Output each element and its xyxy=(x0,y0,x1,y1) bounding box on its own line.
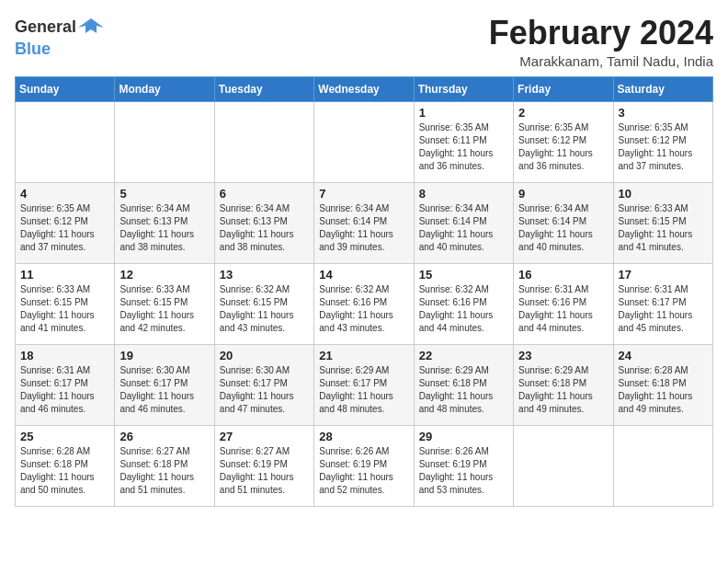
day-number: 19 xyxy=(119,349,209,362)
day-info: Sunrise: 6:35 AMSunset: 6:12 PMDaylight:… xyxy=(20,202,109,254)
col-header-thursday: Thursday xyxy=(414,76,513,101)
calendar-cell: 20Sunrise: 6:30 AMSunset: 6:17 PMDayligh… xyxy=(214,344,313,425)
calendar-cell: 12Sunrise: 6:33 AMSunset: 6:15 PMDayligh… xyxy=(115,263,214,344)
calendar-cell: 14Sunrise: 6:32 AMSunset: 6:16 PMDayligh… xyxy=(314,263,414,344)
day-number: 23 xyxy=(518,349,608,362)
col-header-friday: Friday xyxy=(514,76,613,101)
calendar-cell: 16Sunrise: 6:31 AMSunset: 6:16 PMDayligh… xyxy=(514,263,613,344)
calendar-cell: 27Sunrise: 6:27 AMSunset: 6:19 PMDayligh… xyxy=(214,425,313,506)
calendar-cell: 5Sunrise: 6:34 AMSunset: 6:13 PMDaylight… xyxy=(115,182,214,263)
day-info: Sunrise: 6:35 AMSunset: 6:12 PMDaylight:… xyxy=(619,121,708,173)
calendar-cell xyxy=(16,101,115,182)
day-info: Sunrise: 6:33 AMSunset: 6:15 PMDaylight:… xyxy=(619,202,708,254)
col-header-wednesday: Wednesday xyxy=(314,76,414,101)
day-info: Sunrise: 6:34 AMSunset: 6:14 PMDaylight:… xyxy=(518,202,608,254)
calendar-cell: 15Sunrise: 6:32 AMSunset: 6:16 PMDayligh… xyxy=(414,263,513,344)
calendar-subtitle: Marakkanam, Tamil Nadu, India xyxy=(489,53,713,69)
day-info: Sunrise: 6:34 AMSunset: 6:14 PMDaylight:… xyxy=(319,202,408,254)
day-info: Sunrise: 6:27 AMSunset: 6:19 PMDaylight:… xyxy=(220,445,309,497)
day-info: Sunrise: 6:29 AMSunset: 6:18 PMDaylight:… xyxy=(518,364,608,416)
day-info: Sunrise: 6:32 AMSunset: 6:16 PMDaylight:… xyxy=(319,283,408,335)
day-number: 27 xyxy=(220,430,309,443)
calendar-cell xyxy=(613,425,712,506)
day-info: Sunrise: 6:34 AMSunset: 6:14 PMDaylight:… xyxy=(419,202,508,254)
day-info: Sunrise: 6:33 AMSunset: 6:15 PMDaylight:… xyxy=(119,283,209,335)
day-number: 11 xyxy=(20,268,109,282)
day-info: Sunrise: 6:32 AMSunset: 6:16 PMDaylight:… xyxy=(419,283,508,335)
day-info: Sunrise: 6:29 AMSunset: 6:17 PMDaylight:… xyxy=(319,364,408,416)
day-number: 3 xyxy=(619,106,708,120)
day-info: Sunrise: 6:29 AMSunset: 6:18 PMDaylight:… xyxy=(419,364,508,416)
title-block: February 2024 Marakkanam, Tamil Nadu, In… xyxy=(489,15,713,69)
day-number: 24 xyxy=(619,349,708,362)
day-number: 4 xyxy=(20,187,109,201)
calendar-cell: 9Sunrise: 6:34 AMSunset: 6:14 PMDaylight… xyxy=(514,182,613,263)
calendar-cell: 29Sunrise: 6:26 AMSunset: 6:19 PMDayligh… xyxy=(414,425,513,506)
day-info: Sunrise: 6:28 AMSunset: 6:18 PMDaylight:… xyxy=(20,445,109,497)
calendar-cell: 6Sunrise: 6:34 AMSunset: 6:13 PMDaylight… xyxy=(214,182,313,263)
calendar-cell: 24Sunrise: 6:28 AMSunset: 6:18 PMDayligh… xyxy=(613,344,712,425)
day-number: 28 xyxy=(319,430,408,443)
calendar-header-row: SundayMondayTuesdayWednesdayThursdayFrid… xyxy=(16,76,713,101)
day-number: 15 xyxy=(419,268,508,282)
day-info: Sunrise: 6:26 AMSunset: 6:19 PMDaylight:… xyxy=(419,445,508,497)
calendar-cell xyxy=(214,101,313,182)
day-info: Sunrise: 6:31 AMSunset: 6:17 PMDaylight:… xyxy=(619,283,708,335)
day-number: 1 xyxy=(419,106,508,120)
day-number: 13 xyxy=(220,268,309,282)
calendar-cell: 1Sunrise: 6:35 AMSunset: 6:11 PMDaylight… xyxy=(414,101,513,182)
calendar-cell: 19Sunrise: 6:30 AMSunset: 6:17 PMDayligh… xyxy=(115,344,214,425)
day-info: Sunrise: 6:27 AMSunset: 6:18 PMDaylight:… xyxy=(119,445,209,497)
day-info: Sunrise: 6:34 AMSunset: 6:13 PMDaylight:… xyxy=(119,202,209,254)
calendar-cell xyxy=(514,425,613,506)
logo-text-general: General xyxy=(15,18,76,37)
day-info: Sunrise: 6:28 AMSunset: 6:18 PMDaylight:… xyxy=(619,364,708,416)
calendar-cell xyxy=(314,101,414,182)
day-number: 17 xyxy=(619,268,708,282)
day-number: 7 xyxy=(319,187,408,201)
calendar-week-row: 25Sunrise: 6:28 AMSunset: 6:18 PMDayligh… xyxy=(16,425,713,506)
day-number: 12 xyxy=(119,268,209,282)
calendar-cell: 28Sunrise: 6:26 AMSunset: 6:19 PMDayligh… xyxy=(314,425,414,506)
logo-bird-icon xyxy=(78,15,104,40)
day-number: 10 xyxy=(619,187,708,201)
col-header-saturday: Saturday xyxy=(613,76,712,101)
calendar-week-row: 11Sunrise: 6:33 AMSunset: 6:15 PMDayligh… xyxy=(16,263,713,344)
day-number: 21 xyxy=(319,349,408,362)
day-number: 22 xyxy=(419,349,508,362)
logo: General Blue xyxy=(15,15,104,59)
calendar-cell: 2Sunrise: 6:35 AMSunset: 6:12 PMDaylight… xyxy=(514,101,613,182)
calendar-week-row: 18Sunrise: 6:31 AMSunset: 6:17 PMDayligh… xyxy=(16,344,713,425)
day-info: Sunrise: 6:26 AMSunset: 6:19 PMDaylight:… xyxy=(319,445,408,497)
calendar-week-row: 1Sunrise: 6:35 AMSunset: 6:11 PMDaylight… xyxy=(16,101,713,182)
calendar-cell: 23Sunrise: 6:29 AMSunset: 6:18 PMDayligh… xyxy=(514,344,613,425)
day-number: 5 xyxy=(119,187,209,201)
day-number: 26 xyxy=(119,430,209,443)
logo-text-blue: Blue xyxy=(15,40,51,58)
col-header-sunday: Sunday xyxy=(16,76,115,101)
day-info: Sunrise: 6:34 AMSunset: 6:13 PMDaylight:… xyxy=(220,202,309,254)
calendar-cell: 26Sunrise: 6:27 AMSunset: 6:18 PMDayligh… xyxy=(115,425,214,506)
day-info: Sunrise: 6:33 AMSunset: 6:15 PMDaylight:… xyxy=(20,283,109,335)
day-info: Sunrise: 6:30 AMSunset: 6:17 PMDaylight:… xyxy=(119,364,209,416)
calendar-cell: 8Sunrise: 6:34 AMSunset: 6:14 PMDaylight… xyxy=(414,182,513,263)
col-header-monday: Monday xyxy=(115,76,214,101)
day-info: Sunrise: 6:31 AMSunset: 6:16 PMDaylight:… xyxy=(518,283,608,335)
calendar-cell: 4Sunrise: 6:35 AMSunset: 6:12 PMDaylight… xyxy=(16,182,115,263)
calendar-cell: 13Sunrise: 6:32 AMSunset: 6:15 PMDayligh… xyxy=(214,263,313,344)
calendar-cell: 25Sunrise: 6:28 AMSunset: 6:18 PMDayligh… xyxy=(16,425,115,506)
day-info: Sunrise: 6:35 AMSunset: 6:12 PMDaylight:… xyxy=(518,121,608,173)
calendar-cell: 3Sunrise: 6:35 AMSunset: 6:12 PMDaylight… xyxy=(613,101,712,182)
calendar-cell: 7Sunrise: 6:34 AMSunset: 6:14 PMDaylight… xyxy=(314,182,414,263)
calendar-cell: 11Sunrise: 6:33 AMSunset: 6:15 PMDayligh… xyxy=(16,263,115,344)
col-header-tuesday: Tuesday xyxy=(214,76,313,101)
day-number: 2 xyxy=(518,106,608,120)
svg-marker-0 xyxy=(78,18,104,33)
day-info: Sunrise: 6:35 AMSunset: 6:11 PMDaylight:… xyxy=(419,121,508,173)
day-info: Sunrise: 6:32 AMSunset: 6:15 PMDaylight:… xyxy=(220,283,309,335)
page-header: General Blue February 2024 Marakkanam, T… xyxy=(15,15,713,69)
calendar-cell: 10Sunrise: 6:33 AMSunset: 6:15 PMDayligh… xyxy=(613,182,712,263)
calendar-cell: 22Sunrise: 6:29 AMSunset: 6:18 PMDayligh… xyxy=(414,344,513,425)
day-number: 29 xyxy=(419,430,508,443)
calendar-title: February 2024 xyxy=(489,15,713,52)
